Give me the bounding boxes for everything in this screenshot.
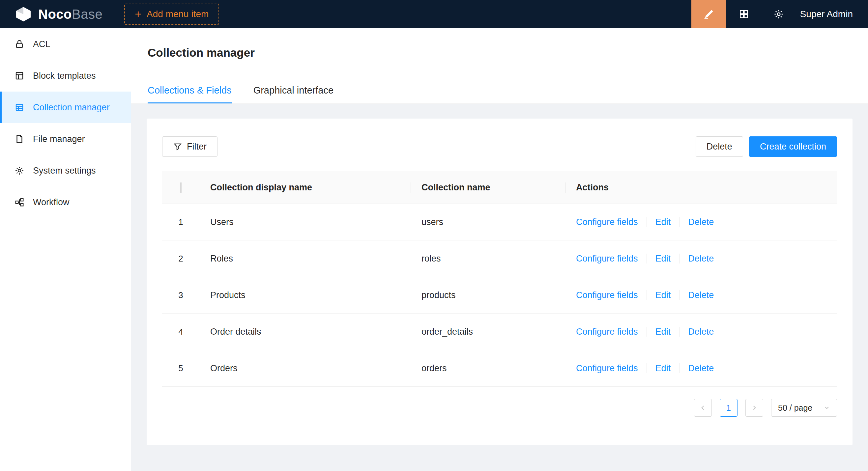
table-row: 1 Users users Configure fields Edit Dele…	[162, 204, 837, 240]
row-index: 2	[162, 254, 199, 264]
row-actions: Configure fields Edit Delete	[565, 327, 837, 337]
table-row: 4 Order details order_details Configure …	[162, 313, 837, 350]
main-area: Collection manager Collections & Fields …	[131, 0, 868, 471]
brand-text: NocoBase	[38, 7, 102, 22]
sidebar-item-block-templates[interactable]: Block templates	[0, 60, 131, 92]
row-collection-name: users	[411, 217, 565, 227]
action-divider	[679, 290, 680, 300]
row-collection-name: roles	[411, 254, 565, 264]
header-checkbox-cell	[162, 182, 199, 193]
edit-link[interactable]: Edit	[655, 327, 671, 337]
action-divider	[679, 217, 680, 227]
layout-icon	[14, 71, 24, 81]
add-menu-item-label: Add menu item	[147, 9, 209, 20]
toolbar: Filter Delete Create collection	[162, 136, 837, 157]
sidebar-item-label: Collection manager	[33, 102, 110, 113]
table-header-row: Collection display name Collection name …	[162, 171, 837, 204]
sidebar-item-file-manager[interactable]: File manager	[0, 123, 131, 155]
pagination-prev-button[interactable]	[694, 399, 712, 417]
row-collection-name: orders	[411, 363, 565, 373]
sidebar-item-label: System settings	[33, 166, 96, 176]
sidebar-item-label: Block templates	[33, 71, 96, 81]
row-index: 5	[162, 363, 199, 373]
sidebar-item-collection-manager[interactable]: Collection manager	[0, 92, 131, 123]
sidebar-item-label: ACL	[33, 39, 51, 49]
row-actions: Configure fields Edit Delete	[565, 363, 837, 373]
page-size-label: 50 / page	[778, 403, 812, 413]
chevron-down-icon	[824, 404, 830, 411]
toolbar-right: Delete Create collection	[696, 136, 837, 157]
configure-fields-link[interactable]: Configure fields	[576, 254, 638, 264]
sidebar-item-workflow[interactable]: Workflow	[0, 187, 131, 218]
row-collection-name: products	[411, 290, 565, 300]
sidebar-item-label: File manager	[33, 134, 85, 144]
filter-label: Filter	[187, 142, 207, 152]
row-actions: Configure fields Edit Delete	[565, 254, 837, 264]
delete-link[interactable]: Delete	[688, 363, 714, 373]
action-divider	[647, 254, 647, 264]
filter-funnel-icon	[173, 142, 182, 151]
row-collection-name: order_details	[411, 327, 565, 337]
configure-fields-link[interactable]: Configure fields	[576, 327, 638, 337]
action-divider	[679, 254, 680, 264]
top-header: NocoBase + Add menu item Super Admin	[0, 0, 868, 28]
collections-table: Collection display name Collection name …	[162, 171, 837, 387]
header-right: Super Admin	[691, 0, 868, 28]
edit-link[interactable]: Edit	[655, 290, 671, 300]
configure-fields-link[interactable]: Configure fields	[576, 290, 638, 300]
row-display-name: Orders	[199, 363, 411, 373]
delete-link[interactable]: Delete	[688, 327, 714, 337]
action-divider	[679, 327, 680, 337]
action-divider	[679, 363, 680, 373]
content-area: Filter Delete Create collection Collecti…	[131, 104, 868, 471]
nocobase-logo[interactable]: NocoBase	[0, 5, 114, 23]
pagination-next-button[interactable]	[745, 399, 763, 417]
edit-link[interactable]: Edit	[655, 217, 671, 227]
action-divider	[647, 290, 647, 300]
row-index: 3	[162, 290, 199, 300]
collections-card: Filter Delete Create collection Collecti…	[147, 119, 852, 445]
configure-fields-link[interactable]: Configure fields	[576, 217, 638, 227]
settings-button[interactable]	[761, 0, 796, 28]
action-divider	[647, 363, 647, 373]
plugins-button[interactable]	[726, 0, 761, 28]
tab-bar: Collections & Fields Graphical interface	[148, 85, 851, 103]
column-header-collection-name: Collection name	[411, 182, 565, 193]
select-all-checkbox[interactable]	[180, 182, 182, 193]
row-index: 4	[162, 327, 199, 337]
gear-icon	[14, 166, 24, 175]
lock-icon	[14, 39, 24, 49]
tab-graphical-interface[interactable]: Graphical interface	[253, 85, 334, 103]
sidebar-item-label: Workflow	[33, 197, 69, 207]
action-divider	[647, 327, 647, 337]
filter-button[interactable]: Filter	[162, 136, 217, 157]
table-row: 3 Products products Configure fields Edi…	[162, 277, 837, 313]
row-index: 1	[162, 217, 199, 227]
edit-link[interactable]: Edit	[655, 254, 671, 264]
settings-sidebar: ACL Block templates Collection manager F…	[0, 28, 131, 471]
sidebar-item-acl[interactable]: ACL	[0, 28, 131, 60]
page-title: Collection manager	[148, 45, 851, 60]
chevron-right-icon	[751, 404, 757, 411]
delete-link[interactable]: Delete	[688, 217, 714, 227]
tab-collections-fields[interactable]: Collections & Fields	[148, 85, 232, 103]
page-head: Collection manager Collections & Fields …	[131, 28, 868, 104]
row-actions: Configure fields Edit Delete	[565, 290, 837, 300]
add-menu-item-button[interactable]: + Add menu item	[124, 4, 219, 25]
ui-editor-button[interactable]	[691, 0, 726, 28]
delete-link[interactable]: Delete	[688, 290, 714, 300]
edit-link[interactable]: Edit	[655, 363, 671, 373]
delete-button[interactable]: Delete	[696, 136, 743, 157]
row-display-name: Roles	[199, 254, 411, 264]
configure-fields-link[interactable]: Configure fields	[576, 363, 638, 373]
create-collection-button[interactable]: Create collection	[749, 136, 837, 157]
logo-cube-icon	[14, 5, 32, 23]
pagination-page-1[interactable]: 1	[720, 399, 738, 417]
page-size-select[interactable]: 50 / page	[771, 399, 837, 417]
highlighter-icon	[703, 8, 715, 20]
user-menu[interactable]: Super Admin	[796, 9, 868, 20]
settings-gear-icon	[773, 9, 784, 20]
appstore-grid-icon	[739, 9, 749, 20]
delete-link[interactable]: Delete	[688, 254, 714, 264]
sidebar-item-system-settings[interactable]: System settings	[0, 155, 131, 187]
